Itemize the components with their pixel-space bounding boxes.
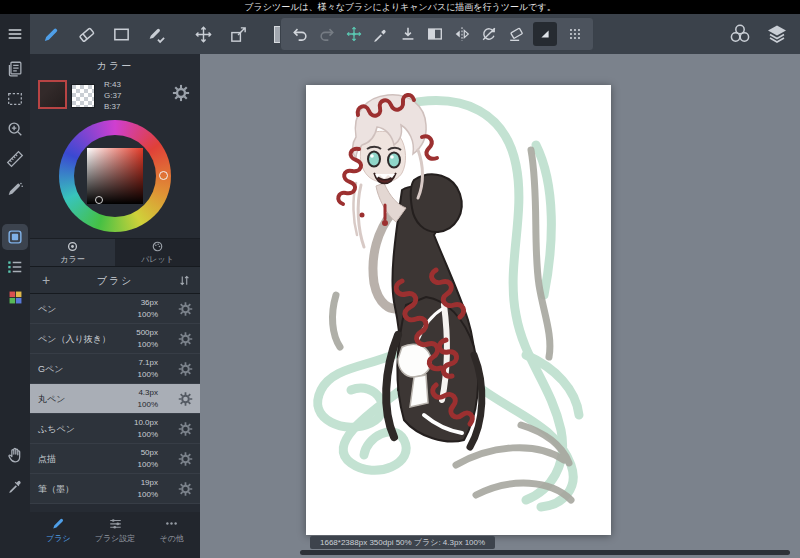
tab-color[interactable]: カラー (30, 239, 115, 266)
color-panel-tabs: カラー パレット (30, 238, 200, 266)
sliders-icon (108, 516, 123, 531)
brush-settings-gear-icon[interactable] (178, 301, 193, 316)
brush-panel-title: ブラシ (30, 267, 200, 295)
main-toolbar (30, 14, 800, 54)
brush-list-item[interactable]: ふちペン 10.0px 100% (30, 414, 200, 444)
drawing-canvas[interactable] (306, 85, 611, 535)
transparent-color-swatch[interactable] (71, 84, 95, 108)
smart-move-button[interactable] (344, 25, 363, 44)
brush-settings-gear-icon[interactable] (178, 421, 193, 436)
layer-list-button[interactable] (0, 252, 30, 282)
download-button[interactable] (398, 25, 417, 44)
flip-horizontal-button[interactable] (452, 25, 471, 44)
tool-hint-text: ブラシツールは、様々なブラシによりキャンバスに描画を行うツールです。 (244, 2, 555, 12)
color-grid-button[interactable] (0, 282, 30, 312)
eyedropper-button[interactable] (0, 470, 30, 500)
tab-palette-label: パレット (141, 254, 174, 265)
layers-icon (766, 23, 788, 45)
brush-list-item[interactable]: ペン 36px 100% (30, 294, 200, 324)
tab-palette[interactable]: パレット (115, 239, 200, 266)
panel-toggle-button[interactable] (2, 224, 28, 250)
eraser-tool-button[interactable] (75, 23, 97, 45)
marquee-button[interactable] (0, 84, 30, 114)
select-pen-tool-button[interactable] (145, 23, 167, 45)
eraser-icon (77, 25, 96, 44)
flip-horizontal-icon (453, 25, 471, 43)
pages-button[interactable] (0, 54, 30, 84)
color-set-icon (729, 23, 751, 45)
redo-button[interactable] (317, 25, 336, 44)
hue-selector[interactable] (159, 171, 168, 180)
brush-list-item[interactable]: 筆（墨） 19px 100% (30, 474, 200, 504)
brush-tool-button[interactable] (40, 23, 62, 45)
foreground-color-swatch[interactable] (38, 80, 67, 109)
brush-settings-gear-icon[interactable] (178, 361, 193, 376)
brush-opacity: 100% (138, 340, 158, 349)
brush-size: 500px (136, 328, 158, 337)
layers-button[interactable] (766, 23, 788, 45)
panel-tile-button[interactable] (533, 22, 557, 46)
canvas-status-bar: 1668*2388px 350dpi 50% ブラシ: 4.3px 100% (310, 536, 495, 549)
footer-tab-brush-settings-label: ブラシ設定 (95, 533, 136, 544)
side-panel: カラー R:43 G:37 B:37 カラー パレット + ブラシ ペン 36p… (30, 54, 200, 558)
pen-tool-button[interactable] (0, 174, 30, 204)
brush-settings-gear-icon[interactable] (178, 451, 193, 466)
clear-button[interactable] (506, 25, 525, 44)
ruler-icon (6, 150, 24, 168)
brush-opacity: 100% (138, 490, 158, 499)
brush-name: ペン（入り抜き） (38, 332, 111, 345)
brush-name: 筆（墨） (38, 482, 74, 495)
selection-panel-button[interactable] (425, 25, 444, 44)
horizontal-scrollbar[interactable] (300, 550, 790, 555)
brush-panel-footer: ブラシ ブラシ設定 その他 (30, 512, 200, 558)
menu-button[interactable] (0, 14, 30, 54)
zoom-button[interactable] (0, 114, 30, 144)
panel-toggle-icon (6, 228, 24, 246)
brush-list-item[interactable]: 点描 50px 100% (30, 444, 200, 474)
redo-icon (318, 25, 336, 43)
footer-tab-other[interactable]: その他 (143, 516, 200, 558)
sv-selector[interactable] (95, 196, 103, 204)
saturation-value-square[interactable] (87, 148, 143, 204)
brush-settings-gear-icon[interactable] (178, 481, 193, 496)
color-settings-gear-icon[interactable] (172, 84, 190, 102)
ruler-button[interactable] (0, 144, 30, 174)
transform-tool-button[interactable] (227, 23, 249, 45)
color-wheel[interactable] (59, 120, 171, 232)
rotate-reset-button[interactable] (479, 25, 498, 44)
drag-handle-icon (567, 26, 583, 42)
brush-name: 点描 (38, 452, 56, 465)
floating-toolbar (280, 17, 594, 51)
color-set-button[interactable] (729, 23, 751, 45)
brush-opacity: 100% (138, 370, 158, 379)
rect-select-tool-button[interactable] (110, 23, 132, 45)
undo-icon (291, 25, 309, 43)
brush-list: ペン 36px 100% ペン（入り抜き） 500px 100% Gペン 7.1… (30, 294, 200, 504)
marquee-icon (6, 90, 24, 108)
brush-list-item-selected[interactable]: 丸ペン 4.3px 100% (30, 384, 200, 414)
eyedropper-toolbar-button[interactable] (371, 25, 390, 44)
pages-icon (6, 60, 24, 78)
brush-settings-gear-icon[interactable] (178, 391, 193, 406)
move-tool-button[interactable] (192, 23, 214, 45)
brush-opacity: 100% (138, 400, 158, 409)
brush-list-item[interactable]: ペン（入り抜き） 500px 100% (30, 324, 200, 354)
sort-brushes-icon[interactable] (177, 273, 192, 288)
undo-button[interactable] (290, 25, 309, 44)
pen-icon (6, 180, 24, 198)
footer-tab-brush-settings[interactable]: ブラシ設定 (87, 516, 144, 558)
brush-size: 36px (141, 298, 158, 307)
hand-button[interactable] (0, 440, 30, 470)
ellipsis-icon (164, 516, 179, 531)
footer-tab-brush[interactable]: ブラシ (30, 516, 87, 558)
brush-settings-gear-icon[interactable] (178, 331, 193, 346)
brush-list-item[interactable]: Gペン 7.1px 100% (30, 354, 200, 384)
transform-icon (229, 25, 248, 44)
brush-size: 19px (141, 478, 158, 487)
eyedropper-icon (7, 477, 24, 494)
brush-name: ペン (38, 302, 56, 315)
palette-tab-icon (151, 240, 164, 253)
toolbar-drag-handle[interactable] (565, 25, 584, 44)
rgb-r: R:43 (104, 79, 121, 90)
canvas-workspace[interactable]: 1668*2388px 350dpi 50% ブラシ: 4.3px 100% (200, 54, 800, 558)
